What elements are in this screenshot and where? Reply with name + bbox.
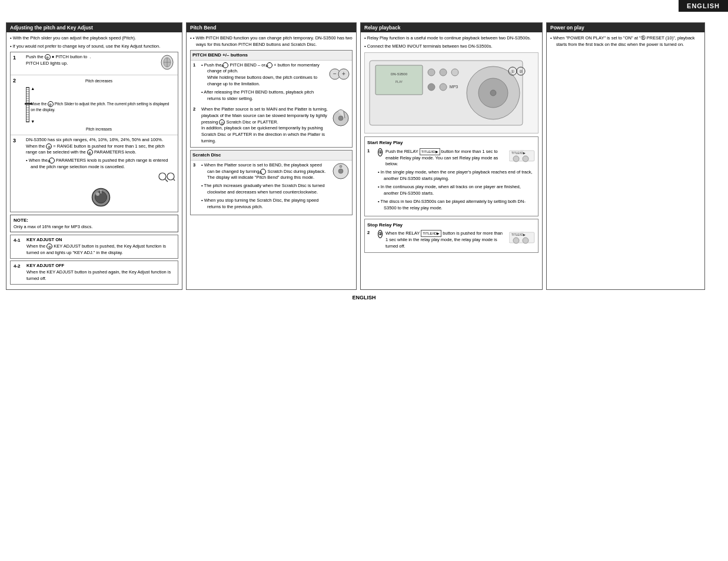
pb-step2: 2 When the Platter source is set to MAIN… xyxy=(193,106,350,145)
sd-b2: The pitch increases gradually when the S… xyxy=(201,183,330,196)
title-id-2: TITLE/ID▶ xyxy=(421,230,441,237)
key-on-text: When the ⊛ KEY ADJUST button is pushed, … xyxy=(26,243,175,256)
col3-bullet-2: Connect the MEMO IN/OUT terminals betwee… xyxy=(364,44,538,50)
pb-step1-num: 1 xyxy=(193,62,201,69)
col1-content: With the Pitch slider you can adjust the… xyxy=(6,32,182,289)
pitch-slider-visual: Pitch decreases ▲ xyxy=(26,78,172,132)
slider-bar xyxy=(26,87,29,122)
key-off-label: KEY ADJUST OFF xyxy=(26,263,175,269)
pb-step1-img: − + xyxy=(329,62,350,88)
svg-text:+: + xyxy=(342,71,345,77)
col3-section: Relay playback Relay Play function is a … xyxy=(360,22,543,290)
key-adjust-off-box: 4-2 KEY ADJUST OFF When the KEY ADJUST b… xyxy=(10,261,178,285)
stop-relay-row: 2 ② When the RELAY TITLE/ID▶ button is p… xyxy=(367,230,536,250)
param-icon: ⊕ xyxy=(87,149,93,155)
pb-step1-b1: Push the ⊛ PITCH BEND – or ⊕ + button fo… xyxy=(201,62,327,88)
svg-line-5 xyxy=(165,179,168,182)
svg-point-28 xyxy=(428,84,435,91)
col1-bullet-1: With the Pitch slider you can adjust the… xyxy=(10,35,178,42)
svg-text:②: ② xyxy=(519,69,523,74)
key-adj-icon: ⊛ xyxy=(46,243,52,249)
pb-step2-num: 2 xyxy=(193,106,201,113)
col3-header: Relay playback xyxy=(361,23,542,32)
start-relay-header: Start Relay Play xyxy=(367,139,536,146)
svg-text:MP3: MP3 xyxy=(450,85,458,89)
sd-b1: When the Platter source is set to BEND, … xyxy=(201,162,330,182)
svg-text:· ·: · · xyxy=(521,148,523,152)
pb-step1: 1 Push the ⊛ PITCH BEND – or ⊕ + button … xyxy=(193,62,350,104)
svg-point-45 xyxy=(513,238,519,243)
key-on-content: KEY ADJUST ON When the ⊛ KEY ADJUST butt… xyxy=(26,237,175,256)
pb-plus-icon: ⊕ xyxy=(267,62,272,68)
relay-device-svg: DN-S3500 PLAY MP3 xyxy=(367,55,526,131)
key-on-label: KEY ADJUST ON xyxy=(26,237,175,243)
stop-relay-img: TITLE/ID▶ · · xyxy=(509,230,536,247)
pb-step3-content: When the Platter source is set to BEND, … xyxy=(201,162,330,212)
col1-step1-image xyxy=(159,54,175,73)
sr-b3: The discs in two DN-S3500s can be played… xyxy=(378,199,536,212)
note-text: Only a max of 16% range for MP3 discs. xyxy=(14,224,92,229)
col2-intro: • With PITCH BEND function you can chang… xyxy=(190,35,353,48)
pitch-move-icon: ⊛ xyxy=(48,101,54,107)
svg-text:①: ① xyxy=(511,69,514,74)
pb-step3-num: 3 xyxy=(193,162,201,169)
relay-device-image: DN-S3500 PLAY MP3 xyxy=(364,52,538,133)
svg-point-27 xyxy=(451,69,458,76)
pb-step2-img xyxy=(332,106,350,129)
english-banner: ENGLISH xyxy=(679,0,728,12)
param2-icon: ⊕ xyxy=(49,158,55,163)
start-relay-outer-num: 1 xyxy=(367,148,375,155)
col4-content: When "POWER ON PLAY" is set to "ON" at "… xyxy=(547,32,704,52)
key-on-num: 4-1 xyxy=(14,237,26,244)
slider-handle xyxy=(25,103,32,105)
stop-relay-circle-num: ② xyxy=(378,230,383,238)
svg-point-17 xyxy=(338,116,343,121)
note-label: NOTE: xyxy=(14,218,28,223)
col1-step2: 2 Pitch decreases xyxy=(11,75,178,135)
svg-point-33 xyxy=(490,90,496,96)
svg-point-41 xyxy=(523,156,528,162)
main-grid: Adjusting the pitch and Key Adjust With … xyxy=(6,22,722,290)
col1-step2-content: Pitch decreases ▲ xyxy=(26,77,175,133)
pitch-hand-icon xyxy=(159,54,175,71)
pitch-bend-buttons-box: PITCH BEND +/– buttons 1 Push the ⊛ PITC… xyxy=(190,50,353,148)
relay-btn-img: TITLE/ID▶ · · xyxy=(509,148,536,165)
col4-bullet-1: When "POWER ON PLAY" is set to "ON" at "… xyxy=(550,35,701,48)
stop-relay-header: Stop Relay Play xyxy=(367,222,536,229)
start-relay-box: Start Relay Play 1 ① Push the RELAY TITL… xyxy=(364,136,538,216)
page: ENGLISH Adjusting the pitch and Key Adju… xyxy=(0,0,728,561)
stop-relay-box: Stop Relay Play 2 ② When the RELAY TITLE… xyxy=(364,219,538,253)
col2-section: Pitch Bend • With PITCH BEND function yo… xyxy=(186,22,357,290)
sd-icon: ◎ xyxy=(260,169,266,175)
col2-header: Pitch Bend xyxy=(187,23,356,32)
bottom-english: ENGLISH xyxy=(6,295,722,300)
pb-step2-content: When the Platter source is set to MAIN a… xyxy=(201,106,330,145)
col1-section: Adjusting the pitch and Key Adjust With … xyxy=(6,22,182,290)
stop-relay-content: ② When the RELAY TITLE/ID▶ button is pus… xyxy=(378,230,536,250)
pitch-bend-buttons-header: PITCH BEND +/– buttons xyxy=(191,51,352,61)
start-relay-row: 1 ① Push the RELAY TITLE/ID▶ button for … xyxy=(367,148,536,213)
pb-step1-b2: After releasing the PITCH BEND buttons, … xyxy=(201,89,327,102)
col3-content: Relay Play function is a useful mode to … xyxy=(361,32,542,258)
svg-point-25 xyxy=(428,69,435,76)
col4-header: Power on play xyxy=(547,23,704,32)
key-off-content: KEY ADJUST OFF When the KEY ADJUST butto… xyxy=(26,263,175,282)
col1-header: Adjusting the pitch and Key Adjust xyxy=(6,23,182,32)
pitch-btn-icon: ⊛ xyxy=(45,54,51,60)
start-relay-step: ① Push the RELAY TITLE/ID▶ button for mo… xyxy=(378,148,536,168)
svg-point-46 xyxy=(523,238,528,243)
svg-text:DN-S3500: DN-S3500 xyxy=(391,72,408,76)
svg-point-6 xyxy=(167,173,174,180)
pb-step3: 3 When the Platter source is set to BEND… xyxy=(193,162,350,212)
col1-bullet-2: If you would not prefer to change key of… xyxy=(10,44,178,50)
col1-step3: 3 DN-S3500 has six pitch ranges, 4%, 10%… xyxy=(11,135,178,212)
sr-b1: In the single play mode, when the one pl… xyxy=(378,169,536,182)
svg-point-20 xyxy=(340,165,342,168)
key-off-text: When the KEY ADJUST button is pushed aga… xyxy=(26,269,175,282)
svg-text:PLAY: PLAY xyxy=(395,80,403,84)
svg-point-10 xyxy=(96,192,99,196)
svg-text:−: − xyxy=(333,71,337,77)
sr-b2: In the continuous play mode, when all tr… xyxy=(378,184,536,197)
col1-step2-num: 2 xyxy=(13,77,21,85)
col1-step1-content: Push the ⊛ ● PITCH button to .PITCH LED … xyxy=(26,54,154,66)
